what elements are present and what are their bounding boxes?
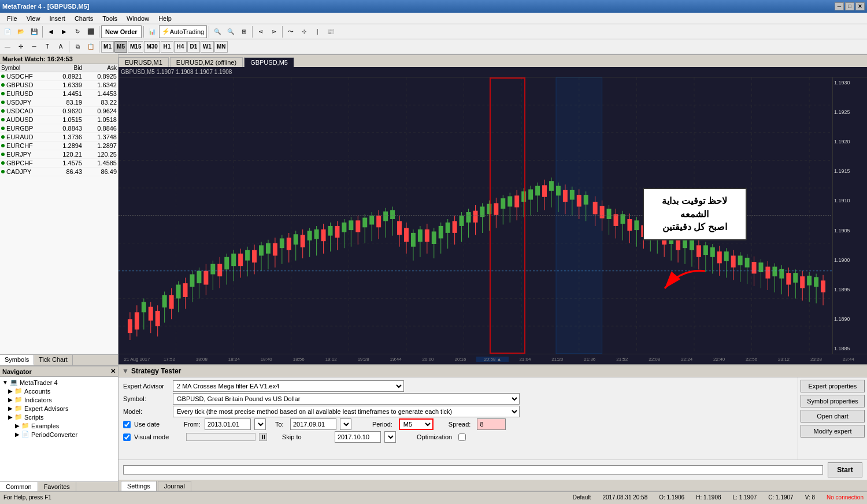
nav-item-expert-advisors[interactable]: ▶📁Expert Advisors bbox=[1, 404, 117, 413]
tf-m30[interactable]: M30 bbox=[144, 41, 160, 53]
st-buttons: Expert properties Symbol properties Open… bbox=[798, 377, 867, 459]
menu-window[interactable]: Window bbox=[122, 14, 154, 23]
mw-ask: 1.3748 bbox=[82, 134, 117, 140]
menu-tools[interactable]: Tools bbox=[98, 14, 122, 23]
st-tab-journal[interactable]: Journal bbox=[158, 481, 191, 491]
start-button[interactable]: Start bbox=[828, 462, 862, 477]
st-ea-select[interactable]: 2 MA Crosses Mega filter EA V1.ex4 bbox=[173, 380, 404, 392]
optimization-checkbox[interactable] bbox=[458, 433, 466, 441]
svg-rect-89 bbox=[355, 220, 360, 232]
tab-tick-chart[interactable]: Tick Chart bbox=[34, 355, 73, 365]
mw-row[interactable]: EURJPY 120.21 120.25 bbox=[0, 150, 118, 159]
tf-h4[interactable]: H4 bbox=[174, 41, 187, 53]
st-skip-selector[interactable]: ▼ bbox=[384, 431, 396, 443]
mw-row[interactable]: USDCHF 0.8921 0.8925 bbox=[0, 72, 118, 81]
st-symbol-select[interactable]: GBPUSD, Great Britain Pound vs US Dollar bbox=[173, 393, 520, 405]
mw-row[interactable]: EURCHF 1.2894 1.2897 bbox=[0, 142, 118, 150]
modify-expert-btn[interactable]: Modify expert bbox=[801, 425, 865, 438]
tf-m5[interactable]: M5 bbox=[114, 41, 127, 53]
st-from-selector[interactable]: ▼ bbox=[254, 418, 266, 430]
tf-m15[interactable]: M15 bbox=[128, 41, 143, 53]
hline-tool[interactable]: ─ bbox=[28, 40, 40, 53]
expert-properties-btn[interactable]: Expert properties bbox=[801, 380, 865, 392]
text-tool[interactable]: T bbox=[41, 40, 54, 53]
st-tab-settings[interactable]: Settings bbox=[121, 481, 157, 491]
menu-view[interactable]: View bbox=[22, 14, 45, 23]
grid-btn[interactable]: ⊹ bbox=[298, 25, 310, 38]
st-period-select[interactable]: M5 M1 M15 M30 H1 bbox=[399, 418, 433, 430]
nav-item-indicators[interactable]: ▶📁Indicators bbox=[1, 395, 117, 404]
period-sep-btn[interactable]: | bbox=[311, 25, 324, 38]
menu-help[interactable]: Help bbox=[154, 14, 176, 23]
tab-symbols[interactable]: Symbols bbox=[0, 355, 34, 365]
auto-trading-button[interactable]: ⚡ AutoTrading bbox=[159, 25, 208, 38]
news-btn[interactable]: 📰 bbox=[324, 25, 337, 38]
maximize-button[interactable]: □ bbox=[845, 2, 854, 10]
svg-rect-127 bbox=[487, 204, 491, 214]
st-model-select[interactable]: Every tick (the most precise method base… bbox=[173, 406, 520, 417]
zoom-out-btn[interactable]: 🔍 bbox=[224, 25, 237, 38]
st-to-selector[interactable]: ▼ bbox=[340, 418, 351, 430]
mw-row[interactable]: EURUSD 1.4451 1.4453 bbox=[0, 90, 118, 98]
st-from-input[interactable] bbox=[205, 418, 251, 430]
st-to-input[interactable] bbox=[290, 418, 336, 430]
save-btn[interactable]: 💾 bbox=[28, 25, 40, 38]
tab-favorites[interactable]: Favorites bbox=[38, 482, 76, 491]
menu-file[interactable]: File bbox=[2, 14, 22, 23]
menu-insert[interactable]: Insert bbox=[45, 14, 70, 23]
mw-row[interactable]: EURGBP 0.8843 0.8846 bbox=[0, 124, 118, 133]
tf-m1[interactable]: M1 bbox=[101, 41, 114, 53]
scroll-left-btn[interactable]: ⋖ bbox=[254, 25, 267, 38]
use-date-checkbox[interactable] bbox=[123, 421, 131, 428]
visual-mode-checkbox[interactable] bbox=[123, 433, 131, 441]
chart-type-1[interactable]: 📊 bbox=[146, 25, 158, 38]
st-skip-input[interactable] bbox=[335, 431, 381, 443]
mw-row[interactable]: AUDUSD 1.0515 1.0518 bbox=[0, 116, 118, 124]
tf-h1[interactable]: H1 bbox=[161, 41, 173, 53]
chart-tab-gbpusd-m5[interactable]: GBPUSD,M5 bbox=[244, 57, 294, 67]
paste-tool[interactable]: 📋 bbox=[84, 40, 97, 53]
tab-common[interactable]: Common bbox=[0, 482, 38, 491]
tf-d1[interactable]: D1 bbox=[187, 41, 200, 53]
label-tool[interactable]: A bbox=[54, 40, 67, 53]
mw-row[interactable]: USDCAD 0.9620 0.9624 bbox=[0, 107, 118, 116]
svg-rect-218 bbox=[800, 276, 805, 288]
minimize-button[interactable]: ─ bbox=[835, 2, 844, 10]
navigator-close[interactable]: ✕ bbox=[110, 368, 116, 375]
symbol-properties-btn[interactable]: Symbol properties bbox=[801, 395, 865, 407]
open-btn[interactable]: 📂 bbox=[14, 25, 27, 38]
chart-tab-eurusd-m1[interactable]: EURUSD,M1 bbox=[118, 57, 169, 67]
indicator-btn[interactable]: 〜 bbox=[284, 25, 297, 38]
refresh-btn[interactable]: ↻ bbox=[71, 25, 84, 38]
mw-row[interactable]: GBPUSD 1.6339 1.6342 bbox=[0, 81, 118, 90]
copy-tool[interactable]: ⧉ bbox=[71, 40, 84, 53]
stop-btn[interactable]: ⬛ bbox=[84, 25, 97, 38]
nav-item-metatrader-4[interactable]: ▼💻MetaTrader 4 bbox=[1, 378, 117, 387]
properties-btn[interactable]: ⊞ bbox=[238, 25, 250, 38]
back-btn[interactable]: ◀ bbox=[45, 25, 57, 38]
tf-mn[interactable]: MN bbox=[214, 41, 228, 53]
crosshair-tool[interactable]: ✛ bbox=[14, 40, 27, 53]
nav-item-accounts[interactable]: ▶📁Accounts bbox=[1, 387, 117, 395]
open-chart-btn[interactable]: Open chart bbox=[801, 410, 865, 423]
tf-w1[interactable]: W1 bbox=[201, 41, 214, 53]
mw-row[interactable]: USDJPY 83.19 83.22 bbox=[0, 98, 118, 107]
line-tool[interactable]: — bbox=[1, 40, 14, 53]
st-spread-input[interactable] bbox=[477, 418, 506, 430]
mw-row[interactable]: GBPCHF 1.4575 1.4585 bbox=[0, 159, 118, 168]
nav-item-periodconverter[interactable]: ▶📄PeriodConverter bbox=[1, 430, 117, 439]
nav-item-scripts[interactable]: ▶📁Scripts bbox=[1, 413, 117, 421]
scroll-right-btn[interactable]: ⋗ bbox=[268, 25, 280, 38]
nav-item-examples[interactable]: ▶📁Examples bbox=[1, 421, 117, 430]
pause-btn[interactable]: ⏸ bbox=[259, 433, 267, 441]
zoom-in-btn[interactable]: 🔍 bbox=[211, 25, 224, 38]
forward-btn[interactable]: ▶ bbox=[58, 25, 71, 38]
new-order-button[interactable]: New Order bbox=[101, 25, 142, 38]
mw-row[interactable]: CADJPY 86.43 86.49 bbox=[0, 168, 118, 176]
menu-charts[interactable]: Charts bbox=[70, 14, 98, 23]
close-button[interactable]: ✕ bbox=[855, 2, 865, 10]
new-btn[interactable]: 📄 bbox=[1, 25, 14, 38]
svg-rect-61 bbox=[259, 245, 264, 255]
chart-tab-eurusd-m2[interactable]: EURUSD,M2 (offline) bbox=[170, 57, 243, 67]
mw-row[interactable]: EURAUD 1.3736 1.3748 bbox=[0, 133, 118, 142]
